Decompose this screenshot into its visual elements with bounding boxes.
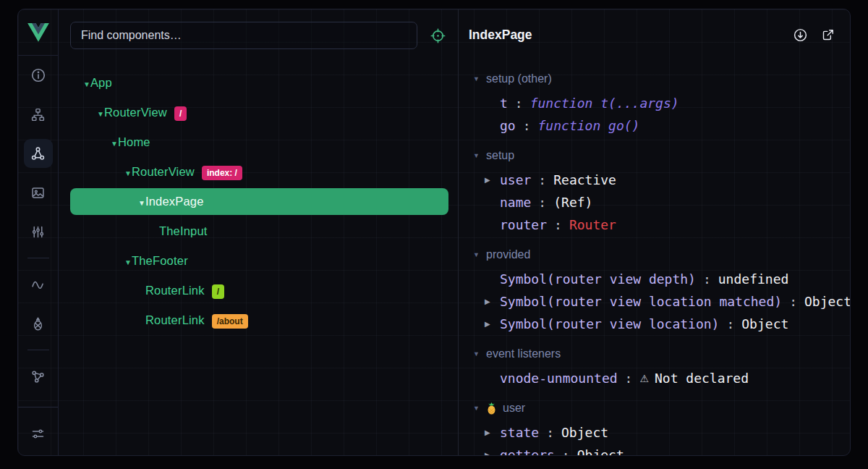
state-property[interactable]: name:(Ref)	[459, 191, 850, 214]
property-value: Object	[577, 447, 624, 455]
property-value: Object	[804, 294, 850, 309]
property-colon: :	[625, 371, 633, 386]
property-key: Symbol(router view depth)	[500, 271, 696, 287]
property-colon: :	[562, 447, 570, 455]
property-key: t	[500, 96, 508, 111]
tab-timeline[interactable]	[24, 270, 53, 299]
section-label: event listeners	[486, 347, 561, 360]
chevron-right-icon[interactable]: ▶	[485, 321, 500, 328]
route-badge: /about	[212, 314, 248, 329]
property-colon: :	[523, 118, 531, 133]
chevron-down-icon[interactable]: ▼	[124, 169, 132, 177]
property-key: getters	[500, 447, 555, 455]
tree-row-RouterLink[interactable]: ▼RouterLink/	[70, 276, 448, 305]
section-header[interactable]: ▼event listeners	[459, 341, 850, 367]
route-badge: /	[212, 284, 224, 299]
pinia-outline-icon	[30, 316, 46, 331]
tree-row-RouterView[interactable]: ▼RouterView/	[70, 98, 448, 127]
chevron-down-icon[interactable]: ▼	[124, 258, 132, 266]
property-key: vnode-unmounted	[500, 371, 618, 386]
state-section: ▼providedSymbol(router view depth):undef…	[459, 242, 850, 335]
chevron-down-icon[interactable]: ▼	[138, 199, 145, 207]
tree-row-IndexPage[interactable]: ▼IndexPage	[70, 188, 448, 215]
tree-row-RouterView[interactable]: ▼RouterViewindex: /	[70, 157, 448, 187]
tree-row-RouterLink[interactable]: ▼RouterLink/about	[70, 305, 448, 335]
inspector-header: IndexPage	[459, 9, 850, 60]
inspect-element-button[interactable]	[417, 28, 458, 44]
property-value: Router	[569, 217, 616, 232]
property-key: state	[500, 425, 539, 440]
chevron-down-icon[interactable]: ▼	[83, 80, 90, 88]
tree-row-TheFooter[interactable]: ▼TheFooter	[70, 246, 448, 276]
state-property[interactable]: Symbol(router view depth):undefined	[459, 268, 850, 290]
components-tree-panel: ▼App▼RouterView/▼Home▼RouterViewindex: /…	[59, 9, 459, 455]
hierarchy-icon	[30, 107, 46, 122]
section-header[interactable]: ▼ user	[459, 395, 850, 421]
property-value: Not declared	[655, 371, 749, 386]
chevron-down-icon: ▼	[473, 405, 486, 412]
state-property[interactable]: ▶state:Object	[459, 421, 850, 444]
component-name: App	[90, 76, 112, 89]
settings-button[interactable]	[24, 419, 53, 448]
property-key: Symbol(router view location)	[500, 316, 719, 331]
inspector-title: IndexPage	[469, 28, 532, 43]
section-header[interactable]: ▼setup (other)	[459, 66, 850, 92]
state-section: ▼setup▶user:Reactivename:(Ref)router:Rou…	[459, 143, 850, 236]
chevron-down-icon: ▼	[473, 76, 486, 83]
chevron-down-icon[interactable]: ▼	[111, 140, 118, 148]
tab-component-hierarchy[interactable]	[24, 100, 53, 129]
state-property[interactable]: ▶Symbol(router view location matched):Ob…	[459, 290, 850, 313]
state-property[interactable]: ▶user:Reactive	[459, 169, 850, 191]
section-label: user	[503, 402, 525, 415]
property-key: router	[500, 217, 547, 232]
devtools-app: ▼App▼RouterView/▼Home▼RouterViewindex: /…	[17, 9, 851, 456]
section-header[interactable]: ▼provided	[459, 242, 850, 268]
chevron-right-icon[interactable]: ▶	[485, 298, 500, 305]
search-input[interactable]	[70, 22, 417, 49]
section-label: setup (other)	[486, 72, 552, 85]
tree-toolbar	[59, 9, 458, 58]
tab-pinia[interactable]	[24, 309, 53, 338]
tab-options[interactable]	[24, 217, 53, 246]
inspector-actions	[793, 28, 835, 43]
chevron-right-icon[interactable]: ▶	[485, 452, 500, 456]
tab-components[interactable]	[24, 139, 53, 168]
state-section: ▼event listenersvnode-unmounted:⚠Not dec…	[459, 341, 850, 389]
property-colon: :	[703, 271, 711, 287]
tree-row-App[interactable]: ▼App	[70, 68, 448, 98]
sliders-vertical-icon	[30, 224, 46, 240]
property-value: undefined	[718, 271, 789, 287]
tree-row-Home[interactable]: ▼Home	[70, 127, 448, 157]
chevron-right-icon[interactable]: ▶	[485, 429, 500, 436]
components-icon	[30, 146, 46, 161]
crosshair-target-icon	[430, 28, 446, 44]
vue-logo[interactable]	[18, 9, 58, 56]
state-property[interactable]: ▶Symbol(router view location):Object	[459, 313, 850, 335]
state-property[interactable]: go:function go()	[459, 114, 850, 137]
component-name: Home	[118, 135, 150, 148]
state-property[interactable]: ▶getters:Object	[459, 444, 850, 455]
property-colon: :	[515, 96, 523, 111]
section-label: provided	[486, 248, 530, 261]
state-property[interactable]: vnode-unmounted:⚠Not declared	[459, 367, 850, 389]
chevron-down-icon[interactable]: ▼	[97, 110, 104, 118]
chevron-right-icon[interactable]: ▶	[485, 177, 500, 184]
scroll-to-component-icon[interactable]	[793, 28, 808, 43]
tree-row-TheInput[interactable]: ▼TheInput	[70, 216, 448, 246]
component-name: IndexPage	[145, 195, 204, 208]
component-name: RouterLink	[145, 284, 205, 297]
iconbar-bottom-group	[18, 400, 58, 455]
tab-overview[interactable]	[24, 61, 53, 90]
chevron-down-icon: ▼	[473, 153, 486, 159]
component-name: RouterLink	[145, 313, 205, 326]
tab-graph[interactable]	[24, 362, 53, 391]
open-in-editor-icon[interactable]	[821, 28, 835, 43]
pinia-store-icon	[486, 402, 497, 415]
state-property[interactable]: router:Router	[459, 214, 850, 236]
tab-assets[interactable]	[24, 178, 53, 207]
component-name: RouterView	[104, 106, 167, 119]
state-property[interactable]: t:function t(...args)	[459, 92, 850, 114]
chevron-down-icon: ▼	[473, 351, 486, 358]
section-header[interactable]: ▼setup	[459, 143, 850, 169]
warning-icon: ⚠	[639, 373, 649, 384]
